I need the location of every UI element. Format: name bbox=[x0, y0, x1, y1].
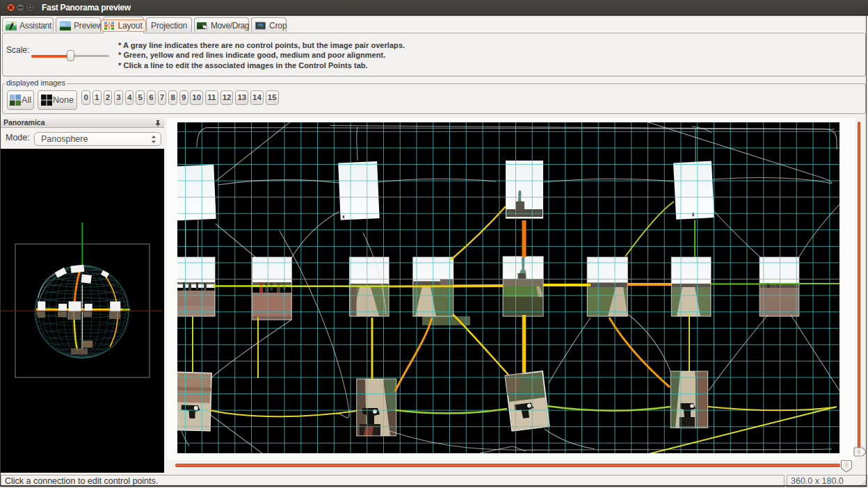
svg-text:GL: GL bbox=[61, 22, 67, 26]
